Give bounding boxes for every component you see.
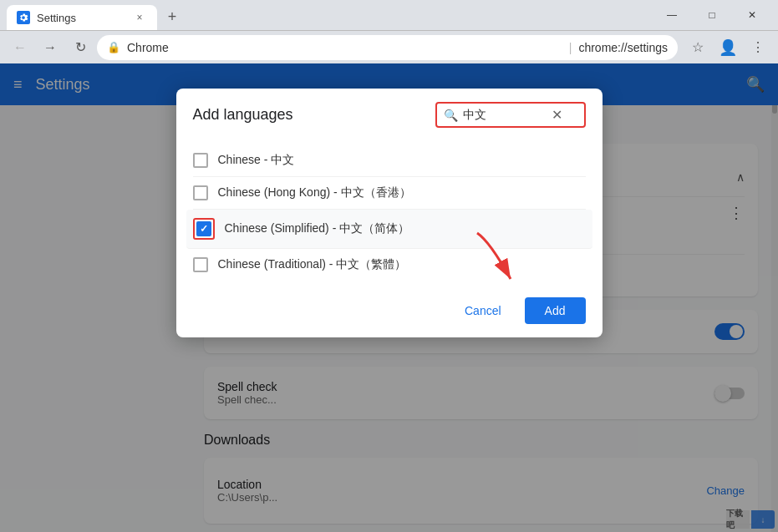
window-controls: — □ ✕ — [653, 3, 771, 30]
close-button[interactable]: ✕ — [733, 3, 771, 27]
chinese-simplified-label: Chinese (Simplified) - 中文（简体） — [225, 221, 410, 236]
dialog-footer: Cancel Add — [176, 287, 603, 337]
list-item: Chinese (Hong Kong) - 中文（香港） — [193, 177, 586, 210]
chinese-hk-checkbox[interactable] — [193, 185, 208, 200]
language-search-input[interactable] — [463, 109, 547, 122]
chinese-traditional-label: Chinese (Traditional) - 中文（繁體） — [218, 257, 407, 272]
tab-strip: Settings × + — [7, 5, 653, 30]
browser-menu-button[interactable]: ⋮ — [745, 34, 771, 61]
bookmark-button[interactable]: ☆ — [684, 34, 711, 61]
chinese-hk-label: Chinese (Hong Kong) - 中文（香港） — [218, 185, 411, 200]
active-tab[interactable]: Settings × — [7, 5, 157, 30]
chinese-traditional-checkbox[interactable] — [193, 257, 208, 272]
list-item: Chinese (Traditional) - 中文（繁體） — [193, 249, 586, 281]
lock-icon: 🔒 — [107, 41, 120, 53]
dialog-title: Add languages — [193, 106, 293, 124]
tab-settings-icon — [17, 11, 30, 24]
tab-label: Settings — [37, 12, 125, 24]
search-clear-button[interactable]: ✕ — [552, 107, 562, 123]
tab-close-button[interactable]: × — [132, 10, 147, 25]
chinese-simplified-checkbox-wrapper — [193, 218, 215, 240]
address-bar[interactable]: 🔒 Chrome | chrome://settings — [97, 35, 678, 60]
reload-button[interactable]: ↻ — [67, 34, 94, 61]
address-divider: | — [569, 41, 572, 54]
add-languages-dialog: Add languages 🔍 ✕ Chinese - 中文 — [176, 89, 603, 337]
chinese-checkbox[interactable] — [193, 153, 208, 168]
search-box-icon: 🔍 — [444, 109, 458, 122]
profile-button[interactable]: 👤 — [714, 34, 741, 61]
main-area: ≡ Settings 🔍 Languages Language English — [0, 63, 778, 532]
cancel-button[interactable]: Cancel — [451, 297, 515, 324]
language-list: Chinese - 中文 Chinese (Hong Kong) - 中文（香港… — [176, 138, 603, 287]
title-bar: Settings × + — □ ✕ — [0, 0, 778, 30]
maximize-button[interactable]: □ — [693, 3, 731, 27]
new-tab-button[interactable]: + — [160, 5, 184, 28]
chinese-simplified-checkbox[interactable] — [196, 221, 211, 236]
list-item: Chinese - 中文 — [193, 144, 586, 177]
list-item: Chinese (Simplified) - 中文（简体） — [186, 210, 592, 249]
dialog-overlay: Add languages 🔍 ✕ Chinese - 中文 — [0, 63, 778, 532]
minimize-button[interactable]: — — [653, 3, 691, 27]
language-search-box[interactable]: 🔍 ✕ — [435, 102, 586, 128]
browser-window: Settings × + — □ ✕ ← → ↻ 🔒 Chrome | chro… — [0, 0, 778, 532]
address-url: chrome://settings — [578, 41, 668, 54]
chinese-label: Chinese - 中文 — [218, 153, 295, 168]
dialog-header: Add languages 🔍 ✕ — [176, 89, 603, 138]
nav-bar: ← → ↻ 🔒 Chrome | chrome://settings ☆ 👤 ⋮ — [0, 30, 778, 63]
add-button[interactable]: Add — [525, 297, 586, 324]
address-brand: Chrome — [127, 41, 562, 54]
forward-button[interactable]: → — [37, 34, 64, 61]
back-button[interactable]: ← — [7, 34, 33, 61]
